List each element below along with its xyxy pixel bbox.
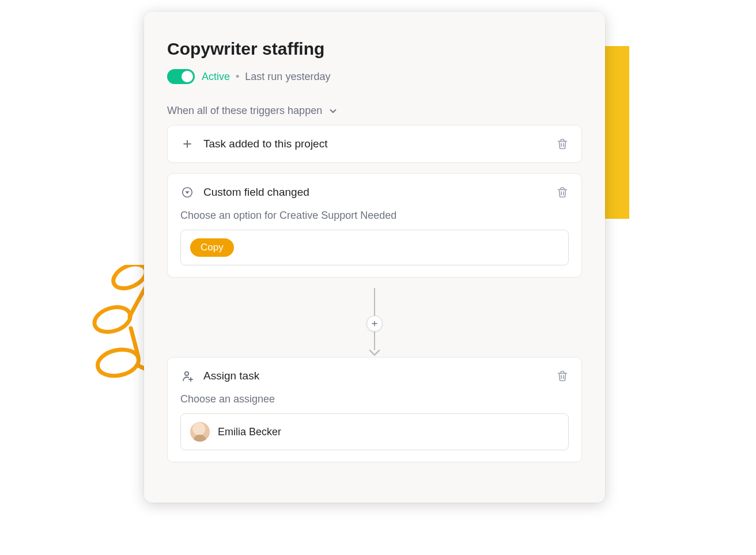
trigger-subtitle: Choose an option for Creative Support Ne… [180,210,569,222]
trash-icon [556,186,569,199]
delete-action-button[interactable] [556,370,569,382]
last-run-label: Last run yesterday [245,71,330,83]
custom-field-option-select[interactable]: Copy [180,230,569,265]
plus-icon [371,320,379,328]
decorative-squiggle [49,265,158,386]
delete-trigger-button[interactable] [556,138,569,150]
triggers-section-text: When all of these triggers happen [167,105,322,117]
active-toggle[interactable] [167,69,195,84]
assignee-select[interactable]: Emilia Becker [180,413,569,450]
caret-down-circle-icon [180,185,194,199]
triggers-section-label[interactable]: When all of these triggers happen [167,105,582,117]
trigger-title: Custom field changed [203,186,556,199]
rule-title: Copywriter staffing [167,39,582,59]
arrow-down-icon [368,349,381,357]
flow-connector [167,288,582,357]
trash-icon [556,138,569,150]
trigger-card[interactable]: Task added to this project [167,125,582,163]
svg-point-2 [95,346,141,379]
status-active-label: Active [202,71,230,83]
rule-status-row: Active • Last run yesterday [167,69,582,84]
svg-point-4 [185,372,188,375]
rule-editor-panel: Copywriter staffing Active • Last run ye… [144,12,605,503]
option-chip: Copy [190,238,234,257]
trigger-title: Task added to this project [203,138,556,150]
assign-user-icon [180,369,194,383]
delete-trigger-button[interactable] [556,186,569,199]
svg-point-1 [91,303,133,336]
plus-icon [180,137,194,151]
action-title: Assign task [203,370,556,382]
trigger-card[interactable]: Custom field changed Choose an option fo… [167,173,582,278]
avatar [190,422,210,442]
trash-icon [556,370,569,382]
action-subtitle: Choose an assignee [180,393,569,405]
action-card[interactable]: Assign task Choose an assignee Emilia Be… [167,357,582,462]
add-step-button[interactable] [366,315,383,332]
status-separator: • [236,71,239,83]
chevron-down-icon [328,106,338,116]
assignee-name: Emilia Becker [218,426,281,438]
